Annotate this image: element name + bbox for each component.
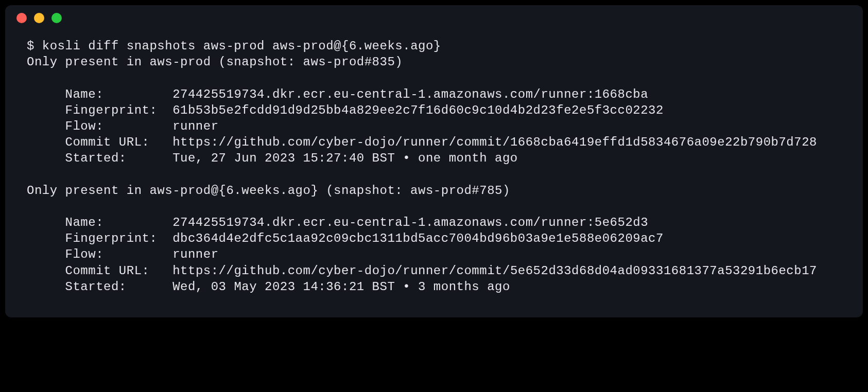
minimize-icon[interactable] (34, 13, 44, 23)
started-value-0: Tue, 27 Jun 2023 15:27:40 BST • one mont… (172, 151, 518, 165)
flow-value-0: runner (172, 119, 218, 133)
fingerprint-label: Fingerprint: (65, 231, 158, 245)
fingerprint-value-1: dbc364d4e2dfc5c1aa92c09cbc1311bd5acc7004… (172, 231, 664, 245)
artifact-name-0: 274425519734.dkr.ecr.eu-central-1.amazon… (172, 87, 648, 101)
started-label: Started: (65, 280, 127, 294)
command-text: kosli diff snapshots aws-prod aws-prod@{… (42, 39, 441, 53)
flow-label: Flow: (65, 247, 104, 261)
fingerprint-label: Fingerprint: (65, 103, 158, 117)
terminal-output[interactable]: $ kosli diff snapshots aws-prod aws-prod… (5, 31, 863, 317)
section-header-0: Only present in aws-prod (snapshot: aws-… (27, 55, 403, 69)
commit-url-value-0: https://github.com/cyber-dojo/runner/com… (172, 135, 817, 149)
name-label: Name: (65, 216, 104, 229)
commit-url-label: Commit URL: (65, 135, 150, 149)
flow-label: Flow: (65, 119, 104, 133)
name-label: Name: (65, 87, 104, 101)
close-icon[interactable] (16, 13, 27, 23)
commit-url-value-1: https://github.com/cyber-dojo/runner/com… (172, 264, 817, 278)
fingerprint-value-0: 61b53b5e2fcdd91d9d25bb4a829ee2c7f16d60c9… (172, 103, 664, 117)
commit-url-label: Commit URL: (65, 264, 150, 278)
section-header-1: Only present in aws-prod@{6.weeks.ago} (… (27, 184, 510, 198)
flow-value-1: runner (172, 247, 218, 261)
window-titlebar (5, 5, 863, 31)
started-label: Started: (65, 151, 127, 165)
artifact-name-1: 274425519734.dkr.ecr.eu-central-1.amazon… (172, 216, 648, 229)
terminal-window: $ kosli diff snapshots aws-prod aws-prod… (5, 5, 863, 317)
started-value-1: Wed, 03 May 2023 14:36:21 BST • 3 months… (172, 280, 510, 294)
maximize-icon[interactable] (51, 13, 62, 23)
prompt-symbol: $ (27, 39, 34, 53)
command-line: $ kosli diff snapshots aws-prod aws-prod… (27, 39, 441, 53)
